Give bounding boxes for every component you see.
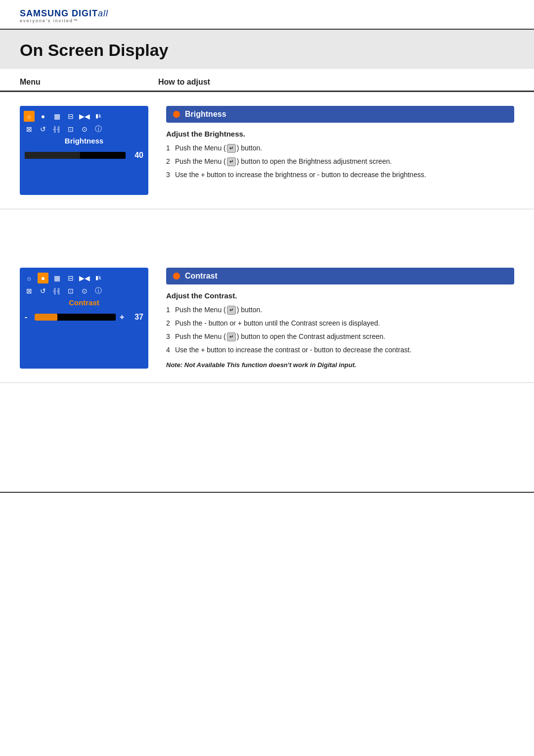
- brightness-step-1: 1 Push the Menu (↵) button.: [166, 143, 514, 153]
- c-menu-btn-3: ↵: [227, 332, 236, 341]
- contrast-slider-track: [35, 314, 116, 321]
- menu-btn-icon-2: ↵: [227, 157, 236, 166]
- c-icon12: ⓘ: [93, 285, 104, 296]
- brightness-step-2: 2 Push the Menu (↵) button to open the B…: [166, 156, 514, 167]
- contrast-section: ☼ ● ▦ ⊟ ▶◀ ▮k ⊠ ↺ ╢╢ ⊡ ⊙ ⓘ Contrast - + …: [0, 254, 534, 383]
- c-contrast-icon: ●: [38, 273, 48, 284]
- brightness-adjust-heading: Adjust the Brightness.: [166, 130, 514, 138]
- brightness-slider-track: [25, 152, 126, 159]
- c-icon4: ⊟: [65, 273, 76, 284]
- brightness-title-bar: Brightness: [166, 106, 514, 123]
- contrast-step-3: 3 Push the Menu (↵) button to open the C…: [166, 331, 514, 342]
- brightness-slider-row: 40: [24, 149, 144, 162]
- contrast-right-content: Contrast Adjust the Contrast. 1 Push the…: [166, 268, 514, 369]
- contrast-title-bar: Contrast: [166, 268, 514, 284]
- c-icon8: ↺: [38, 285, 48, 296]
- c-icon11: ⊙: [79, 285, 90, 296]
- icon10: ⊡: [65, 124, 76, 135]
- contrast-steps: 1 Push the Menu (↵) button. 2 Push the -…: [166, 305, 514, 355]
- c-icon3: ▦: [51, 273, 62, 284]
- col-how-header: How to adjust: [158, 78, 514, 87]
- page-header: SAMSUNG DIGITall everyone's invited™: [0, 0, 534, 30]
- contrast-adjust-heading: Adjust the Contrast.: [166, 291, 514, 300]
- brightness-step-3: 3 Use the + button to increase the brigh…: [166, 170, 514, 180]
- brightness-right-content: Brightness Adjust the Brightness. 1 Push…: [166, 106, 514, 195]
- contrast-step-4: 4 Use the + button to increase the contr…: [166, 345, 514, 355]
- c-brightness-icon: ☼: [24, 273, 35, 284]
- col-menu-header: Menu: [20, 78, 158, 87]
- contrast-plus: +: [120, 313, 126, 322]
- brightness-value: 40: [130, 151, 143, 160]
- osd-icons-row2: ⊠ ↺ ╢╢ ⊡ ⊙ ⓘ: [24, 124, 144, 135]
- brightness-title: Brightness: [185, 110, 226, 119]
- icon9: ╢╢: [51, 124, 62, 135]
- icon11: ⊙: [79, 124, 90, 135]
- page-title: On Screen Display: [20, 41, 514, 60]
- icon5: ▶◀: [79, 111, 90, 122]
- brand-name: SAMSUNG DIGITall: [20, 9, 514, 19]
- contrast-value: 37: [130, 313, 143, 322]
- contrast-title: Contrast: [185, 272, 218, 281]
- contrast-title-dot: [173, 273, 180, 280]
- contrast-minus: -: [25, 313, 31, 322]
- samsung-logo: SAMSUNG DIGITall everyone's invited™: [20, 9, 514, 24]
- brand-tagline: everyone's invited™: [20, 19, 514, 24]
- contrast-osd-panel: ☼ ● ▦ ⊟ ▶◀ ▮k ⊠ ↺ ╢╢ ⊡ ⊙ ⓘ Contrast - + …: [20, 268, 148, 369]
- contrast-icon: ●: [38, 111, 48, 122]
- icon3: ▦: [51, 111, 62, 122]
- brightness-osd-panel: ☼ ● ▦ ⊟ ▶◀ ▮k ⊠ ↺ ╢╢ ⊡ ⊙ ⓘ Brightness 40: [20, 106, 148, 195]
- contrast-slider-row: - + 37: [24, 311, 144, 324]
- icon8: ↺: [38, 124, 48, 135]
- contrast-osd-icons-row2: ⊠ ↺ ╢╢ ⊡ ⊙ ⓘ: [24, 285, 144, 296]
- icon7: ⊠: [24, 124, 35, 135]
- contrast-osd-label: Contrast: [24, 298, 144, 307]
- icon12: ⓘ: [93, 124, 104, 135]
- c-icon5: ▶◀: [79, 273, 90, 284]
- icon6: ▮k: [93, 111, 104, 122]
- c-menu-btn-1: ↵: [227, 306, 236, 315]
- brightness-section: ☼ ● ▦ ⊟ ▶◀ ▮k ⊠ ↺ ╢╢ ⊡ ⊙ ⓘ Brightness 40: [0, 92, 534, 209]
- c-icon7: ⊠: [24, 285, 35, 296]
- contrast-step-2: 2 Push the - button or + button until th…: [166, 318, 514, 329]
- menu-btn-icon: ↵: [227, 144, 236, 153]
- footer-line: [0, 492, 534, 493]
- brightness-osd-label: Brightness: [24, 137, 144, 145]
- brightness-steps: 1 Push the Menu (↵) button. 2 Push the M…: [166, 143, 514, 180]
- brand-italic: all: [98, 8, 108, 18]
- contrast-note: Note: Not Available This function doesn'…: [166, 361, 514, 369]
- brightness-title-dot: [173, 111, 180, 118]
- brightness-slider-fill: [25, 152, 80, 159]
- c-icon6: ▮k: [93, 273, 104, 284]
- contrast-step-1: 1 Push the Menu (↵) button.: [166, 305, 514, 315]
- column-headers: Menu How to adjust: [0, 69, 534, 92]
- contrast-osd-icons-row1: ☼ ● ▦ ⊟ ▶◀ ▮k: [24, 273, 144, 284]
- c-icon9: ╢╢: [51, 285, 62, 296]
- icon4: ⊟: [65, 111, 76, 122]
- contrast-slider-fill: [35, 314, 57, 321]
- page-title-section: On Screen Display: [0, 30, 534, 69]
- osd-icons-row1: ☼ ● ▦ ⊟ ▶◀ ▮k: [24, 111, 144, 122]
- brightness-icon: ☼: [24, 111, 35, 122]
- c-icon10: ⊡: [65, 285, 76, 296]
